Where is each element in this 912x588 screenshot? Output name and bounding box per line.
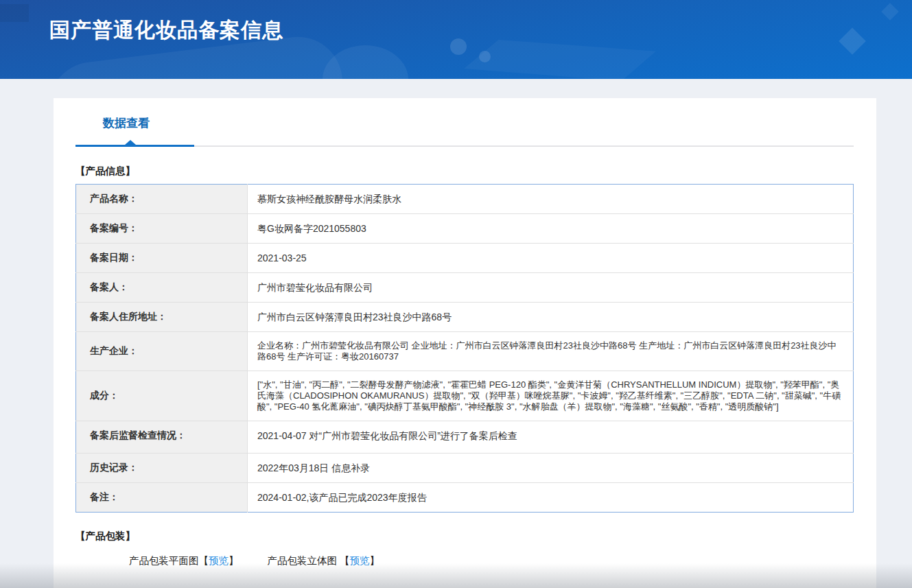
product-info-heading: 【产品信息】 [75, 165, 854, 178]
table-row: 生产企业： 企业名称：广州市碧莹化妆品有限公司 企业地址：广州市白云区钟落潭良田… [76, 332, 854, 371]
row-label: 产品名称： [76, 185, 248, 214]
table-row: 备案人住所地址： 广州市白云区钟落潭良田村23社良沙中路68号 [76, 303, 854, 332]
table-row: 备案后监督检查情况： 2021-04-07 对“广州市碧莹化妆品有限公司”进行了… [76, 421, 854, 454]
preview-link[interactable]: 预览 [209, 555, 229, 566]
row-label: 备案日期： [76, 244, 248, 273]
packaging-item: 产品包装立体图 【预览】 [268, 554, 380, 567]
row-value: 广州市碧莹化妆品有限公司 [248, 273, 854, 303]
row-value: 2021-04-07 对“广州市碧莹化妆品有限公司”进行了备案后检查 [248, 421, 854, 454]
table-row: 备注： 2024-01-02,该产品已完成2023年度报告 [76, 483, 854, 513]
row-label: 生产企业： [76, 332, 248, 371]
row-value: ["水", "甘油", "丙二醇", "二裂酵母发酵产物滤液", "霍霍巴蜡 P… [248, 371, 854, 421]
table-row: 备案日期： 2021-03-25 [76, 244, 854, 273]
page-title: 国产普通化妆品备案信息 [49, 16, 283, 45]
row-label: 备案人住所地址： [76, 303, 248, 332]
tab-underline [75, 142, 854, 147]
banner-decor-diamond [839, 27, 866, 55]
banner-decor-blob [323, 45, 408, 79]
table-row: 历史记录： 2022年03月18日 信息补录 [76, 454, 854, 483]
packaging-item-label: 产品包装平面图【 [129, 555, 209, 566]
product-info-table: 产品名称： 慕斯女孩神经酰胺酵母水润柔肤水 备案编号： 粤G妆网备字202105… [75, 184, 854, 513]
product-info-table-body: 产品名称： 慕斯女孩神经酰胺酵母水润柔肤水 备案编号： 粤G妆网备字202105… [76, 185, 854, 513]
banner-decor-dot [450, 38, 467, 55]
packaging-item-suffix: 】 [229, 555, 239, 566]
page-banner: 国产普通化妆品备案信息 [0, 0, 912, 79]
packaging-line: 产品包装平面图【预览】产品包装立体图 【预览】 [129, 554, 854, 567]
row-value: 慕斯女孩神经酰胺酵母水润柔肤水 [248, 185, 854, 214]
banner-decor-corner [0, 4, 29, 22]
row-value: 2024-01-02,该产品已完成2023年度报告 [248, 483, 854, 513]
row-label: 成分： [76, 371, 248, 421]
table-row: 成分： ["水", "甘油", "丙二醇", "二裂酵母发酵产物滤液", "霍霍… [76, 371, 854, 421]
table-row: 备案编号： 粤G妆网备字2021055803 [76, 214, 854, 244]
row-label: 备注： [76, 483, 248, 513]
row-label: 备案编号： [76, 214, 248, 244]
table-row: 备案人： 广州市碧莹化妆品有限公司 [76, 273, 854, 303]
tab-divider-line [194, 145, 854, 147]
row-value: 2021-03-25 [248, 244, 854, 273]
row-label: 备案人： [76, 273, 248, 303]
banner-decor-polygon [464, 40, 656, 79]
packaging-item-label: 产品包装立体图 【 [268, 555, 350, 566]
preview-link[interactable]: 预览 [350, 555, 370, 566]
content-card: 数据查看 【产品信息】 产品名称： 慕斯女孩神经酰胺酵母水润柔肤水 备案编号： … [54, 98, 876, 588]
packaging-item-suffix: 】 [370, 555, 380, 566]
tab-pointer-triangle [125, 140, 136, 145]
row-label: 备案后监督检查情况： [76, 421, 248, 454]
row-value: 企业名称：广州市碧莹化妆品有限公司 企业地址：广州市白云区钟落潭良田村23社良沙… [248, 332, 854, 371]
packaging-heading: 【产品包装】 [75, 530, 854, 543]
packaging-item: 产品包装平面图【预览】 [129, 554, 239, 567]
table-row: 产品名称： 慕斯女孩神经酰胺酵母水润柔肤水 [76, 185, 854, 214]
banner-decor-diamond [881, 3, 898, 20]
row-value: 2022年03月18日 信息补录 [248, 454, 854, 483]
tab-active-indicator [75, 145, 194, 147]
tab-data-view[interactable]: 数据查看 [103, 115, 150, 131]
row-value: 粤G妆网备字2021055803 [248, 214, 854, 244]
row-value: 广州市白云区钟落潭良田村23社良沙中路68号 [248, 303, 854, 332]
row-label: 历史记录： [76, 454, 248, 483]
